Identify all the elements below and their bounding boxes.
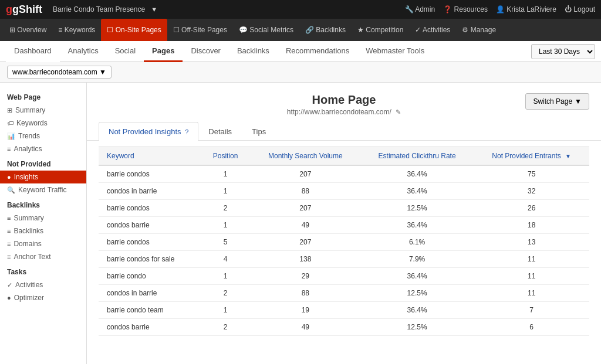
cell-position: 4 (200, 251, 250, 268)
sidebar-item-label: Anchor Text (13, 253, 50, 261)
subnav-pages[interactable]: Pages (144, 41, 183, 62)
url-select-button[interactable]: www.barriecondoteam.com ▼ (7, 66, 112, 79)
cell-not-provided-entrants: 11 (474, 285, 589, 302)
cell-position: 2 (200, 319, 250, 336)
cell-monthly-search-volume: 207 (251, 165, 360, 183)
page-url: http://www.barriecondoteam.com/ ✎ (99, 108, 589, 116)
tab-not-provided-insights[interactable]: Not Provided Insights ? (99, 122, 198, 141)
cell-estimated-clickthru-rate: 6.1% (360, 234, 474, 251)
sidebar: Web Page ⊞ Summary 🏷 Keywords 📊 Trends ≡… (0, 83, 87, 364)
sidebar-item-trends[interactable]: 📊 Trends (0, 130, 86, 142)
col-position[interactable]: Position (200, 147, 250, 166)
nav-backlinks[interactable]: 🔗 Backlinks (299, 19, 352, 41)
tab-info-icon[interactable]: ? (185, 128, 188, 135)
subnav-webmaster-tools[interactable]: Webmaster Tools (357, 41, 433, 62)
cell-position: 1 (200, 165, 250, 183)
table-row[interactable]: barrie condo team 1 19 36.4% 7 (99, 302, 589, 319)
table-row[interactable]: barrie condos 5 207 6.1% 13 (99, 234, 589, 251)
analytics-icon: ≡ (7, 145, 11, 152)
sidebar-section-tasks: Tasks ✓ Activities ● Optimizer (0, 263, 86, 304)
table-row[interactable]: barrie condos 2 207 12.5% 26 (99, 200, 589, 217)
subnav-dashboard[interactable]: Dashboard (6, 41, 60, 62)
nav-social-metrics[interactable]: 💬 Social Metrics (233, 19, 299, 41)
subnav-discover[interactable]: Discover (183, 41, 229, 62)
sidebar-item-insights[interactable]: ● Insights (0, 171, 86, 183)
cell-estimated-clickthru-rate: 36.4% (360, 183, 474, 200)
sub-nav-tabs: Dashboard Analytics Social Pages Discove… (6, 41, 433, 62)
col-not-provided-entrants[interactable]: Not Provided Entrants ▼ (474, 147, 589, 166)
cell-estimated-clickthru-rate: 12.5% (360, 319, 474, 336)
summary-icon: ⊞ (7, 107, 12, 114)
sidebar-item-anchor-text[interactable]: ≡ Anchor Text (0, 250, 86, 263)
nav-off-site-pages[interactable]: ☐ Off-Site Pages (167, 19, 233, 41)
cell-keyword: barrie condo (99, 268, 200, 285)
switch-page-button[interactable]: Switch Page ▼ (525, 93, 589, 110)
table-header-row: Keyword Position Monthly Search Volume E… (99, 147, 589, 166)
sidebar-item-backlinks[interactable]: ≡ Backlinks (0, 224, 86, 237)
sidebar-item-keywords[interactable]: 🏷 Keywords (0, 117, 86, 130)
sidebar-item-backlinks-summary[interactable]: ≡ Summary (0, 212, 86, 224)
url-text: www.barriecondoteam.com (12, 68, 97, 76)
sidebar-item-label: Insights (14, 173, 38, 181)
nav-keywords[interactable]: ≡ Keywords (52, 19, 101, 41)
resources-link[interactable]: ❓ Resources (443, 5, 488, 13)
sort-arrow: ▼ (565, 153, 571, 159)
cell-monthly-search-volume: 49 (251, 217, 360, 234)
sidebar-section-title-webpage: Web Page (0, 89, 86, 104)
cell-not-provided-entrants: 32 (474, 183, 589, 200)
site-dropdown-icon[interactable]: ▼ (151, 6, 157, 13)
cell-keyword: condos in barrie (99, 285, 200, 302)
subnav-backlinks[interactable]: Backlinks (229, 41, 278, 62)
admin-link[interactable]: 🔧 Admin (405, 5, 435, 13)
table-container: Keyword Position Monthly Search Volume E… (87, 141, 601, 342)
top-bar-right: 🔧 Admin ❓ Resources 👤 Krista LaRiviere ⏻… (405, 5, 595, 13)
cell-estimated-clickthru-rate: 36.4% (360, 217, 474, 234)
trends-icon: 📊 (7, 132, 15, 140)
url-dropdown-icon: ▼ (99, 68, 106, 76)
col-monthly-search-volume[interactable]: Monthly Search Volume (251, 147, 360, 166)
cell-keyword: barrie condos (99, 200, 200, 217)
cell-monthly-search-volume: 88 (251, 183, 360, 200)
cell-not-provided-entrants: 26 (474, 200, 589, 217)
sidebar-item-label: Keyword Traffic (18, 186, 66, 194)
site-name: Barrie Condo Team Presence (53, 5, 145, 13)
date-filter-select[interactable]: Last 30 Days (531, 44, 595, 59)
tab-details[interactable]: Details (198, 122, 242, 141)
cell-position: 1 (200, 302, 250, 319)
nav-manage[interactable]: ⚙ Manage (456, 19, 502, 41)
tab-tips[interactable]: Tips (242, 122, 276, 141)
nav-competition[interactable]: ★ Competition (352, 19, 409, 41)
subnav-recommendations[interactable]: Recommendations (278, 41, 357, 62)
sidebar-item-domains[interactable]: ≡ Domains (0, 237, 86, 250)
cell-not-provided-entrants: 11 (474, 251, 589, 268)
table-row[interactable]: barrie condo 1 29 36.4% 11 (99, 268, 589, 285)
sidebar-item-label: Summary (15, 106, 45, 114)
subnav-social[interactable]: Social (107, 41, 144, 62)
page-url-edit-icon[interactable]: ✎ (396, 108, 401, 115)
domains-icon: ≡ (7, 240, 11, 247)
cell-monthly-search-volume: 29 (251, 268, 360, 285)
nav-activities[interactable]: ✓ Activities (409, 19, 456, 41)
col-estimated-clickthru-rate[interactable]: Estimated Clickthru Rate (360, 147, 474, 166)
sidebar-item-keyword-traffic[interactable]: 🔍 Keyword Traffic (0, 183, 86, 196)
table-row[interactable]: condos in barrie 1 88 36.4% 32 (99, 183, 589, 200)
subnav-analytics[interactable]: Analytics (60, 41, 107, 62)
nav-on-site-pages[interactable]: ☐ On-Site Pages (101, 19, 167, 41)
sidebar-item-label: Optimizer (14, 294, 44, 302)
table-row[interactable]: barrie condos 1 207 36.4% 75 (99, 165, 589, 183)
sidebar-item-label: Trends (18, 132, 40, 140)
col-keyword[interactable]: Keyword (99, 147, 200, 166)
sidebar-item-optimizer[interactable]: ● Optimizer (0, 291, 86, 304)
table-row[interactable]: barrie condos for sale 4 138 7.9% 11 (99, 251, 589, 268)
cell-monthly-search-volume: 19 (251, 302, 360, 319)
nav-overview[interactable]: ⊞ Overview (4, 19, 52, 41)
cell-monthly-search-volume: 207 (251, 200, 360, 217)
sidebar-item-summary[interactable]: ⊞ Summary (0, 104, 86, 117)
table-row[interactable]: condos barrie 1 49 36.4% 18 (99, 217, 589, 234)
sidebar-item-activities[interactable]: ✓ Activities (0, 278, 86, 291)
logout-link[interactable]: ⏻ Logout (565, 5, 595, 13)
user-profile-link[interactable]: 👤 Krista LaRiviere (496, 5, 556, 13)
table-row[interactable]: condos in barrie 2 88 12.5% 11 (99, 285, 589, 302)
table-row[interactable]: condos barrie 2 49 12.5% 6 (99, 319, 589, 336)
sidebar-item-analytics[interactable]: ≡ Analytics (0, 142, 86, 155)
